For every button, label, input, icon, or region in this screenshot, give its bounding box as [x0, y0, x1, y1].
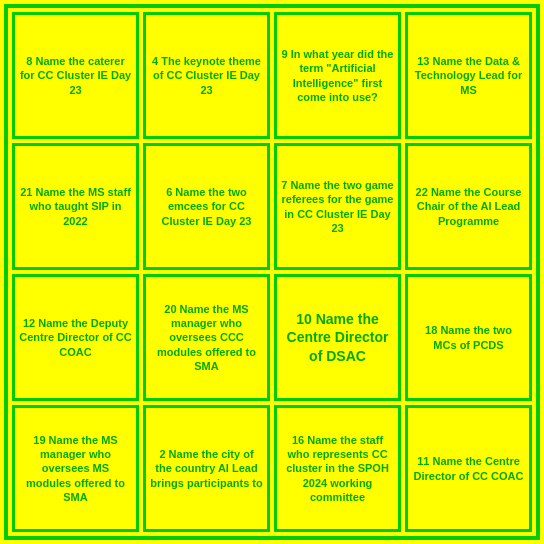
cell-7-text: 7 Name the two game referees for the gam…	[281, 178, 394, 235]
cell-2-text: 4 The keynote theme of CC Cluster IE Day…	[150, 54, 263, 97]
cell-13[interactable]: 19 Name the MS manager who oversees MS m…	[12, 405, 139, 532]
cell-15-text: 16 Name the staff who represents CC clus…	[281, 433, 394, 504]
cell-8[interactable]: 22 Name the Course Chair of the AI Lead …	[405, 143, 532, 270]
cell-1[interactable]: 8 Name the caterer for CC Cluster IE Day…	[12, 12, 139, 139]
cell-4[interactable]: 13 Name the Data & Technology Lead for M…	[405, 12, 532, 139]
bingo-grid: 8 Name the caterer for CC Cluster IE Day…	[4, 4, 540, 540]
cell-5[interactable]: 21 Name the MS staff who taught SIP in 2…	[12, 143, 139, 270]
cell-9[interactable]: 12 Name the Deputy Centre Director of CC…	[12, 274, 139, 401]
cell-14-text: 2 Name the city of the country AI Lead b…	[150, 447, 263, 490]
cell-9-text: 12 Name the Deputy Centre Director of CC…	[19, 316, 132, 359]
cell-10[interactable]: 20 Name the MS manager who oversees CCC …	[143, 274, 270, 401]
cell-6[interactable]: 6 Name the two emcees for CC Cluster IE …	[143, 143, 270, 270]
cell-12[interactable]: 18 Name the two MCs of PCDS	[405, 274, 532, 401]
cell-2[interactable]: 4 The keynote theme of CC Cluster IE Day…	[143, 12, 270, 139]
cell-10-text: 20 Name the MS manager who oversees CCC …	[150, 302, 263, 373]
cell-14[interactable]: 2 Name the city of the country AI Lead b…	[143, 405, 270, 532]
cell-7[interactable]: 7 Name the two game referees for the gam…	[274, 143, 401, 270]
cell-13-text: 19 Name the MS manager who oversees MS m…	[19, 433, 132, 504]
cell-3-text: 9 In what year did the term "Artificial …	[281, 47, 394, 104]
cell-5-text: 21 Name the MS staff who taught SIP in 2…	[19, 185, 132, 228]
cell-6-text: 6 Name the two emcees for CC Cluster IE …	[150, 185, 263, 228]
cell-16-text: 11 Name the Centre Director of CC COAC	[412, 454, 525, 483]
cell-11-text: 10 Name the Centre Director of DSAC	[281, 310, 394, 365]
cell-3[interactable]: 9 In what year did the term "Artificial …	[274, 12, 401, 139]
cell-1-text: 8 Name the caterer for CC Cluster IE Day…	[19, 54, 132, 97]
cell-12-text: 18 Name the two MCs of PCDS	[412, 323, 525, 352]
cell-11[interactable]: 10 Name the Centre Director of DSAC	[274, 274, 401, 401]
cell-4-text: 13 Name the Data & Technology Lead for M…	[412, 54, 525, 97]
cell-16[interactable]: 11 Name the Centre Director of CC COAC	[405, 405, 532, 532]
cell-15[interactable]: 16 Name the staff who represents CC clus…	[274, 405, 401, 532]
cell-8-text: 22 Name the Course Chair of the AI Lead …	[412, 185, 525, 228]
